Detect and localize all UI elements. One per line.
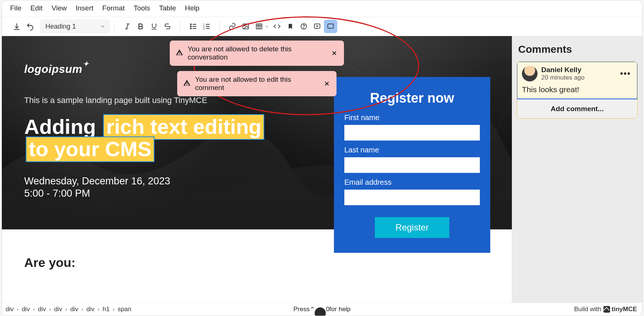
statusbar: div› div› div› div› div› div› h1› span P… — [2, 303, 642, 316]
undo-icon[interactable] — [23, 20, 37, 33]
svg-rect-17 — [243, 24, 249, 29]
close-icon[interactable] — [323, 80, 331, 88]
editor-window: File Edit View Insert Format Tools Table… — [1, 0, 643, 316]
path-seg[interactable]: h1 — [102, 306, 109, 313]
avatar — [522, 66, 538, 81]
svg-point-24 — [303, 28, 304, 28]
help-icon[interactable] — [297, 20, 310, 33]
warning-icon — [183, 79, 191, 88]
comments-sidebar: Comments Daniel Kelly 20 minutes ago •••… — [512, 36, 642, 303]
element-path[interactable]: div› div› div› div› div› div› h1› span — [6, 306, 131, 313]
hero-headline[interactable]: Adding rich text editing to your CMS — [24, 116, 262, 161]
notification-text: You are not allowed to edit this comment — [195, 75, 313, 92]
help-suffix: for help — [329, 306, 351, 313]
menu-insert[interactable]: Insert — [76, 4, 93, 12]
menu-table[interactable]: Table — [159, 4, 176, 12]
help-prefix: Press — [293, 306, 309, 313]
strikethrough-icon[interactable] — [161, 20, 174, 33]
svg-point-18 — [244, 25, 245, 26]
add-note-icon[interactable] — [310, 20, 324, 33]
path-seg[interactable]: div — [22, 306, 30, 313]
status-branding: Build with tinyMCE — [574, 306, 637, 313]
below-hero-heading: Are you: — [24, 255, 490, 270]
help-key-right: 0 — [326, 306, 329, 313]
hero-h1-prefix: Adding — [24, 115, 102, 138]
build-with-text: Build with — [574, 306, 601, 313]
notification-text: You are not allowed to delete this conve… — [188, 45, 321, 61]
path-seg[interactable]: span — [118, 306, 131, 313]
comments-sidebar-toggle-icon[interactable] — [324, 20, 337, 33]
logo-spark-icon: ✦ — [83, 61, 89, 67]
path-seg[interactable]: div — [86, 306, 95, 313]
register-card: Register now First name Last name Email … — [334, 77, 490, 253]
add-comment-button[interactable]: Add comment... — [517, 99, 637, 118]
export-icon[interactable] — [10, 20, 23, 33]
tinymce-brand-text: tinyMCE — [612, 306, 637, 313]
svg-line-2 — [127, 24, 128, 29]
svg-point-7 — [190, 28, 191, 29]
path-seg[interactable]: div — [6, 306, 14, 313]
menu-file[interactable]: File — [10, 4, 22, 12]
status-handle-icon[interactable] — [315, 307, 326, 316]
notification: You are not allowed to delete this conve… — [170, 41, 344, 66]
comment-more-icon[interactable]: ••• — [619, 67, 632, 80]
help-key-left: ⌃ — [310, 306, 315, 313]
menu-help[interactable]: Help — [185, 4, 200, 12]
underline-icon[interactable] — [147, 20, 161, 33]
italic-icon[interactable] — [121, 20, 134, 33]
link-icon[interactable] — [226, 20, 239, 33]
comment-time: 20 minutes ago — [541, 74, 615, 81]
notification: You are not allowed to edit this comment — [177, 71, 337, 96]
email-label: Email address — [344, 178, 480, 187]
image-icon[interactable] — [239, 20, 252, 33]
editor-body: You are not allowed to delete this conve… — [2, 36, 642, 303]
menu-view[interactable]: View — [51, 4, 67, 12]
menu-format[interactable]: Format — [102, 4, 125, 12]
svg-point-6 — [190, 26, 191, 27]
first-name-input[interactable] — [344, 125, 480, 141]
svg-rect-28 — [328, 24, 334, 28]
bookmark-icon[interactable] — [284, 20, 297, 33]
comment-text: This looks great! — [522, 85, 632, 94]
menubar: File Edit View Insert Format Tools Table… — [2, 0, 642, 17]
menu-tools[interactable]: Tools — [134, 4, 150, 12]
comments-title: Comments — [518, 43, 636, 55]
last-name-label: Last name — [344, 146, 480, 154]
last-name-input[interactable] — [344, 157, 480, 173]
insert-table-menu-icon[interactable] — [264, 20, 270, 33]
status-help: Press ⌃ 0 for help — [293, 304, 351, 315]
toolbar-sep — [219, 21, 220, 32]
comment-card: Daniel Kelly 20 minutes ago ••• This loo… — [517, 61, 638, 119]
toolbar: Heading 1 123 — [2, 17, 642, 36]
register-title: Register now — [344, 90, 480, 106]
path-seg[interactable]: div — [54, 306, 62, 313]
menu-edit[interactable]: Edit — [31, 4, 43, 12]
block-format-label: Heading 1 — [45, 23, 76, 30]
logo: logoipsum ✦ — [24, 63, 89, 75]
svg-text:3: 3 — [203, 28, 205, 30]
first-name-label: First name — [344, 113, 480, 122]
comment-thread[interactable]: Daniel Kelly 20 minutes ago ••• This loo… — [517, 61, 638, 99]
numbered-list-icon[interactable]: 123 — [200, 20, 213, 33]
toolbar-sep — [180, 21, 181, 32]
comment-author: Daniel Kelly — [541, 66, 615, 74]
code-icon[interactable] — [270, 20, 284, 33]
bold-icon[interactable] — [134, 20, 147, 33]
register-button[interactable]: Register — [375, 217, 449, 238]
path-seg[interactable]: div — [38, 306, 46, 313]
content-column: You are not allowed to delete this conve… — [2, 36, 512, 303]
bulleted-list-icon[interactable] — [186, 20, 200, 33]
email-input[interactable] — [344, 190, 480, 205]
notifications: You are not allowed to delete this conve… — [170, 41, 344, 96]
tinymce-logo-icon — [603, 306, 610, 313]
block-format-select[interactable]: Heading 1 — [40, 19, 110, 33]
svg-point-5 — [190, 24, 191, 25]
logo-text: logoipsum — [24, 63, 82, 75]
path-seg[interactable]: div — [70, 306, 79, 313]
tinymce-brand[interactable]: tinyMCE — [603, 306, 637, 313]
toolbar-sep — [114, 21, 115, 32]
close-icon[interactable] — [331, 49, 338, 57]
svg-rect-19 — [256, 24, 262, 29]
warning-icon — [176, 49, 183, 58]
